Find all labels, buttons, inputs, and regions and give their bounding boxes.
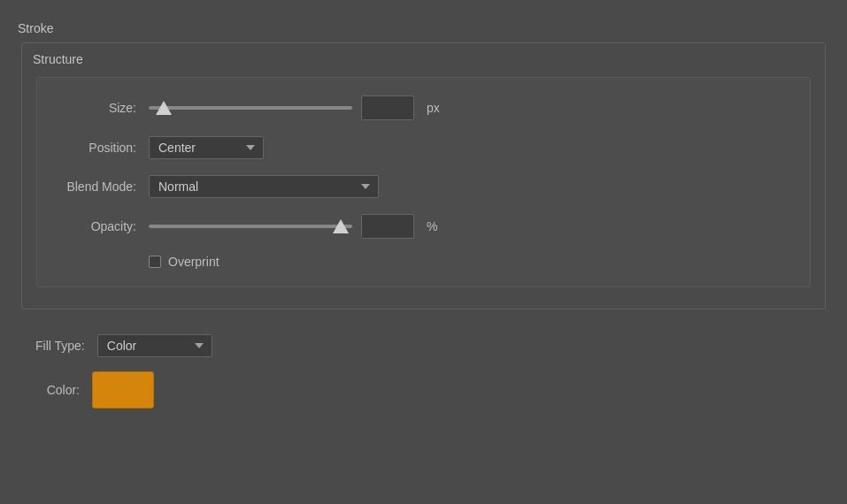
size-slider-track[interactable] [149, 106, 352, 110]
position-select-wrapper: Inside Center Outside [149, 136, 264, 159]
opacity-label: Opacity: [51, 219, 149, 233]
blend-mode-select[interactable]: Normal Multiply Screen Overlay Darken Li… [149, 175, 379, 198]
opacity-slider-container: 100 % [149, 214, 437, 239]
size-row: Size: 5 px [51, 95, 796, 120]
position-row: Position: Inside Center Outside [51, 136, 796, 159]
position-select[interactable]: Inside Center Outside [149, 136, 264, 159]
fill-type-select[interactable]: Color Gradient Pattern [97, 334, 212, 357]
overprint-label: Overprint [168, 255, 219, 269]
stroke-panel: Stroke Structure Size: 5 px Position: [14, 14, 833, 426]
size-input[interactable]: 5 [361, 95, 414, 120]
stroke-section-title: Stroke [14, 21, 833, 35]
blend-mode-row: Blend Mode: Normal Multiply Screen Overl… [51, 175, 796, 198]
size-label: Size: [51, 101, 149, 115]
color-label: Color: [35, 383, 80, 397]
opacity-input[interactable]: 100 [361, 214, 414, 239]
overprint-checkbox-row: Overprint [149, 255, 219, 269]
opacity-slider-thumb[interactable] [333, 219, 349, 233]
overprint-row: Overprint [51, 255, 796, 269]
fill-type-select-wrapper: Color Gradient Pattern [97, 334, 212, 357]
color-swatch[interactable] [92, 371, 154, 409]
stroke-section-border: Structure Size: 5 px Position: [21, 42, 826, 309]
position-label: Position: [51, 141, 149, 155]
opacity-slider-track[interactable] [149, 225, 352, 228]
opacity-row: Opacity: 100 % [51, 214, 796, 239]
size-unit: px [427, 101, 440, 115]
size-slider-container: 5 px [149, 95, 440, 120]
fill-section: Fill Type: Color Gradient Pattern Color: [21, 324, 826, 419]
color-row: Color: [35, 371, 812, 409]
structure-inner-box: Size: 5 px Position: Inside Center Outsi… [36, 77, 811, 287]
fill-type-row: Fill Type: Color Gradient Pattern [35, 334, 812, 357]
overprint-checkbox[interactable] [149, 256, 161, 268]
blend-mode-label: Blend Mode: [51, 179, 149, 194]
structure-section-title: Structure [33, 52, 825, 66]
blend-mode-select-wrapper: Normal Multiply Screen Overlay Darken Li… [149, 175, 379, 198]
opacity-unit: % [427, 219, 437, 233]
size-slider-thumb[interactable] [156, 101, 172, 115]
fill-type-label: Fill Type: [35, 339, 85, 353]
